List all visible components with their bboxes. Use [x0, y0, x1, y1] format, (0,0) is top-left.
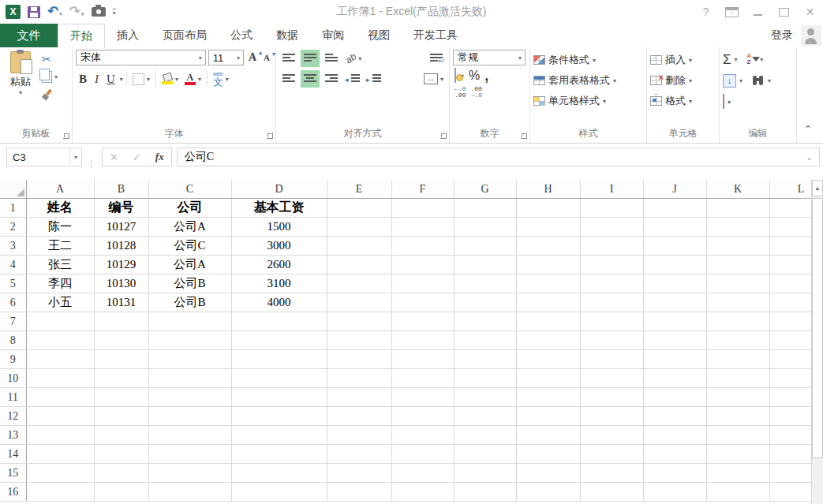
cell-G3[interactable]: [454, 237, 516, 256]
clipboard-dialog-launcher-icon[interactable]: [63, 133, 69, 139]
cell-J10[interactable]: [643, 369, 706, 388]
sign-in-link[interactable]: 登录: [771, 24, 798, 47]
cell-L1[interactable]: [769, 199, 811, 218]
row-header-1[interactable]: 1: [0, 199, 26, 218]
cell-A12[interactable]: [26, 407, 94, 426]
customize-qat-icon[interactable]: ▾: [113, 9, 116, 16]
row-header-8[interactable]: 8: [0, 331, 26, 350]
conditional-formatting-button[interactable]: 条件格式 ▾: [533, 50, 643, 70]
cell-I4[interactable]: [580, 256, 643, 274]
cell-E16[interactable]: [327, 483, 391, 502]
autosum-button[interactable]: Σ: [723, 53, 731, 66]
column-header-H[interactable]: H: [516, 180, 580, 199]
cell-D6[interactable]: 4000: [231, 293, 327, 312]
cell-A14[interactable]: [26, 445, 94, 464]
cell-F5[interactable]: [391, 274, 454, 293]
align-right-button[interactable]: [322, 70, 341, 88]
select-all-corner[interactable]: [0, 180, 26, 199]
cell-J1[interactable]: [643, 199, 706, 218]
cell-A6[interactable]: 小五: [26, 293, 94, 312]
cell-E6[interactable]: [327, 293, 391, 312]
cell-K1[interactable]: [706, 199, 769, 218]
cell-D11[interactable]: [231, 388, 327, 407]
cell-K10[interactable]: [706, 369, 769, 388]
cell-L13[interactable]: [769, 426, 811, 445]
cell-D14[interactable]: [231, 445, 327, 464]
borders-button[interactable]: ▾: [130, 73, 152, 86]
underline-button[interactable]: U: [103, 71, 118, 88]
column-header-D[interactable]: D: [231, 180, 327, 199]
cell-F7[interactable]: [391, 312, 454, 331]
cell-C13[interactable]: [148, 426, 231, 445]
cell-L4[interactable]: [769, 256, 811, 274]
cell-B14[interactable]: [94, 445, 148, 464]
cell-C12[interactable]: [148, 407, 231, 426]
cell-F6[interactable]: [391, 293, 454, 312]
font-dialog-launcher-icon[interactable]: [267, 133, 273, 139]
cell-H10[interactable]: [516, 369, 580, 388]
cell-E1[interactable]: [327, 199, 391, 218]
cell-G10[interactable]: [454, 369, 516, 388]
cell-D5[interactable]: 3100: [231, 274, 327, 293]
cell-G1[interactable]: [454, 199, 516, 218]
cell-B6[interactable]: 10131: [94, 293, 148, 312]
cell-A1[interactable]: 姓名: [26, 199, 94, 218]
cell-I12[interactable]: [580, 407, 643, 426]
tab-developer[interactable]: 开发工具: [402, 24, 469, 47]
cell-L5[interactable]: [769, 274, 811, 293]
cell-B12[interactable]: [94, 407, 148, 426]
cell-G15[interactable]: [454, 464, 516, 483]
cell-styles-button[interactable]: 单元格样式 ▾: [533, 91, 643, 111]
cell-J11[interactable]: [643, 388, 706, 407]
cell-F14[interactable]: [391, 445, 454, 464]
cell-H4[interactable]: [516, 256, 580, 274]
cell-I5[interactable]: [580, 274, 643, 293]
alignment-dialog-launcher-icon[interactable]: [440, 133, 447, 139]
format-as-table-button[interactable]: 套用表格格式 ▾: [533, 70, 643, 91]
cell-B5[interactable]: 10130: [94, 274, 148, 293]
row-header-16[interactable]: 16: [0, 483, 26, 502]
cell-D4[interactable]: 2600: [231, 256, 327, 274]
cell-B2[interactable]: 10127: [94, 218, 148, 237]
decrease-decimal-button[interactable]: .00→.0: [470, 86, 481, 99]
decrease-indent-button[interactable]: [343, 70, 362, 88]
cell-D8[interactable]: [231, 331, 327, 350]
cell-H9[interactable]: [516, 350, 580, 369]
cell-H2[interactable]: [516, 218, 580, 237]
fill-color-button[interactable]: ▾: [159, 73, 181, 85]
excel-logo-icon[interactable]: X: [6, 5, 21, 19]
cell-C8[interactable]: [148, 331, 231, 350]
column-header-G[interactable]: G: [454, 180, 516, 199]
cell-B11[interactable]: [94, 388, 148, 407]
bold-button[interactable]: B: [76, 71, 90, 88]
cell-H6[interactable]: [516, 293, 580, 312]
font-size-combo[interactable]: 11 ▾: [208, 50, 244, 65]
redo-button[interactable]: ↷▾: [69, 5, 84, 19]
cell-F8[interactable]: [391, 331, 454, 350]
row-header-11[interactable]: 11: [0, 388, 26, 407]
cell-K13[interactable]: [706, 426, 769, 445]
row-header-2[interactable]: 2: [0, 218, 26, 237]
cell-I15[interactable]: [580, 464, 643, 483]
cell-K16[interactable]: [706, 483, 769, 502]
column-header-E[interactable]: E: [327, 180, 391, 199]
cell-A11[interactable]: [26, 388, 94, 407]
cell-F11[interactable]: [391, 388, 454, 407]
help-button[interactable]: ?: [693, 1, 719, 23]
cell-C10[interactable]: [148, 369, 231, 388]
copy-button[interactable]: ▾: [39, 70, 60, 84]
cell-B1[interactable]: 编号: [94, 199, 148, 218]
cell-A5[interactable]: 李四: [26, 274, 94, 293]
delete-cells-button[interactable]: 删除 ▾: [650, 70, 716, 91]
cell-H3[interactable]: [516, 237, 580, 256]
vertical-scrollbar[interactable]: ▲: [811, 180, 823, 504]
cell-D9[interactable]: [231, 350, 327, 369]
cell-J3[interactable]: [643, 237, 706, 256]
tab-file[interactable]: 文件: [0, 24, 58, 47]
cell-F12[interactable]: [391, 407, 454, 426]
cell-F1[interactable]: [391, 199, 454, 218]
cell-G5[interactable]: [454, 274, 516, 293]
column-header-I[interactable]: I: [580, 180, 643, 199]
align-center-button[interactable]: [301, 70, 320, 88]
align-left-button[interactable]: [279, 70, 298, 88]
